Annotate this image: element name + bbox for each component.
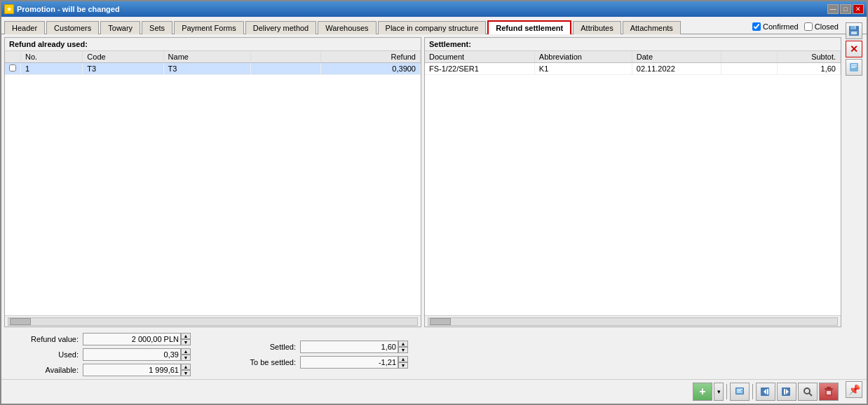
minimize-button[interactable]: — xyxy=(827,4,839,14)
refund-value-spin-down[interactable]: ▼ xyxy=(181,339,191,345)
tab-customers[interactable]: Customers xyxy=(46,21,99,34)
col-checkbox xyxy=(5,51,21,63)
row-abbreviation: K1 xyxy=(534,63,632,75)
row-extra xyxy=(250,63,320,75)
tab-attributes[interactable]: Attributes xyxy=(573,21,621,34)
col-extra xyxy=(250,51,320,63)
settled-row: Settled: ▲ ▼ xyxy=(233,341,408,353)
svg-rect-2 xyxy=(737,389,742,390)
book-icon xyxy=(848,62,860,73)
svg-rect-3 xyxy=(737,390,741,391)
closed-checkbox-label: Closed xyxy=(804,22,839,31)
refund-value-spin-up[interactable]: ▲ xyxy=(181,333,191,339)
cancel-red-button[interactable]: ✕ xyxy=(846,41,862,57)
right-hscrollbar-thumb[interactable] xyxy=(430,318,451,325)
svg-rect-23 xyxy=(851,32,857,34)
row-name: T3 xyxy=(163,63,250,75)
used-spin-up[interactable]: ▲ xyxy=(181,348,191,355)
save-icon xyxy=(848,25,860,36)
col-date: Date xyxy=(632,51,721,63)
title-buttons: — □ ✕ xyxy=(827,4,864,14)
tab-towary[interactable]: Towary xyxy=(100,21,140,34)
svg-rect-21 xyxy=(855,26,856,29)
settled-spin-up[interactable]: ▲ xyxy=(398,341,408,347)
row-subtotal: 1,60 xyxy=(778,63,841,75)
edit-button[interactable] xyxy=(730,383,750,401)
available-spin-down[interactable]: ▼ xyxy=(181,370,191,376)
table-row[interactable]: 1 T3 T3 0,3900 xyxy=(5,63,421,75)
to-be-settled-label: To be settled: xyxy=(233,358,296,366)
search-icon xyxy=(802,386,813,397)
tab-header[interactable]: Header xyxy=(4,21,45,34)
available-spin-up[interactable]: ▲ xyxy=(181,364,191,370)
closed-checkbox[interactable] xyxy=(804,22,813,31)
nav-left-button[interactable] xyxy=(756,383,775,401)
available-input[interactable] xyxy=(83,364,181,376)
col-no: No. xyxy=(21,51,83,63)
col-refund: Refund xyxy=(320,51,420,63)
available-row: Available: ▲ ▼ xyxy=(15,364,191,376)
row-code: T3 xyxy=(83,63,163,75)
right-toolbar-top: ✕ xyxy=(846,22,862,76)
refund-value-input[interactable] xyxy=(83,333,181,345)
edit-icon xyxy=(734,386,745,397)
right-hscrollbar[interactable] xyxy=(425,315,841,327)
close-button[interactable]: ✕ xyxy=(853,4,864,14)
available-input-group: ▲ ▼ xyxy=(83,364,191,376)
tab-sets[interactable]: Sets xyxy=(142,21,172,34)
row-checkbox[interactable] xyxy=(5,63,21,75)
settled-spin-down[interactable]: ▼ xyxy=(398,347,408,353)
used-input[interactable] xyxy=(83,348,181,361)
tab-place-in-company[interactable]: Place in company structure xyxy=(378,21,487,34)
refund-value-label: Refund value: xyxy=(15,335,79,343)
svg-rect-27 xyxy=(851,67,855,68)
left-hscrollbar[interactable] xyxy=(5,315,421,327)
delete-button[interactable] xyxy=(819,383,839,401)
settlement-table: Document Abbreviation Date Subtot. FS-1/… xyxy=(425,51,841,75)
settled-input-group: ▲ ▼ xyxy=(300,341,408,353)
left-hscrollbar-thumb[interactable] xyxy=(10,318,31,325)
tab-refund-settlement[interactable]: Refund settlement xyxy=(487,20,571,34)
sticker-button[interactable]: 📌 xyxy=(846,381,862,398)
main-window: ★ Promotion - will be changed — □ ✕ Head… xyxy=(0,0,868,405)
tab-attachments[interactable]: Attachments xyxy=(623,21,681,34)
nav-right-button[interactable] xyxy=(777,383,796,401)
add-button[interactable]: + xyxy=(693,383,712,401)
refund-value-row: Refund value: ▲ ▼ xyxy=(15,333,191,345)
used-label: Used: xyxy=(15,350,79,359)
svg-rect-15 xyxy=(827,387,831,388)
delete-icon xyxy=(823,386,834,397)
window-icon: ★ xyxy=(4,4,14,14)
svg-rect-26 xyxy=(851,66,857,67)
used-row: Used: ▲ ▼ xyxy=(15,348,191,361)
bottom-right-fields: Settled: ▲ ▼ To be settled: ▲ ▼ xyxy=(233,341,408,369)
left-table-header-row: No. Code Name Refund xyxy=(5,51,421,63)
right-toolbar-bottom: 📌 xyxy=(846,381,862,398)
settled-input[interactable] xyxy=(300,341,398,353)
confirmed-checkbox[interactable] xyxy=(752,22,761,31)
used-spin-down[interactable]: ▼ xyxy=(181,355,191,361)
nav-left-icon xyxy=(760,386,771,397)
right-table-container[interactable]: Document Abbreviation Date Subtot. FS-1/… xyxy=(425,51,841,315)
to-be-settled-input[interactable] xyxy=(300,356,398,369)
to-be-settled-spin-up[interactable]: ▲ xyxy=(398,356,408,362)
svg-rect-4 xyxy=(737,392,742,392)
left-table-container[interactable]: No. Code Name Refund 1 T3 T3 xyxy=(5,51,421,315)
book-button[interactable] xyxy=(846,59,862,76)
to-be-settled-spin-down[interactable]: ▼ xyxy=(398,362,408,369)
table-row[interactable]: FS-1/22/SER1 K1 02.11.2022 1,60 xyxy=(425,63,841,75)
settled-label: Settled: xyxy=(233,343,296,351)
left-hscrollbar-track[interactable] xyxy=(8,317,418,326)
maximize-button[interactable]: □ xyxy=(840,4,851,14)
tab-delivery-method[interactable]: Delivery method xyxy=(245,21,316,34)
left-panel-header: Refund already used: xyxy=(5,38,421,51)
right-hscrollbar-track[interactable] xyxy=(428,317,838,326)
confirmed-label: Confirmed xyxy=(763,22,799,31)
add-dropdown-button[interactable]: ▾ xyxy=(714,383,724,401)
tab-warehouses[interactable]: Warehouses xyxy=(318,21,376,34)
save-button[interactable] xyxy=(846,22,862,39)
search-button[interactable] xyxy=(798,383,818,401)
tab-payment-forms[interactable]: Payment Forms xyxy=(174,21,244,34)
svg-rect-25 xyxy=(851,64,857,65)
row-document: FS-1/22/SER1 xyxy=(425,63,534,75)
